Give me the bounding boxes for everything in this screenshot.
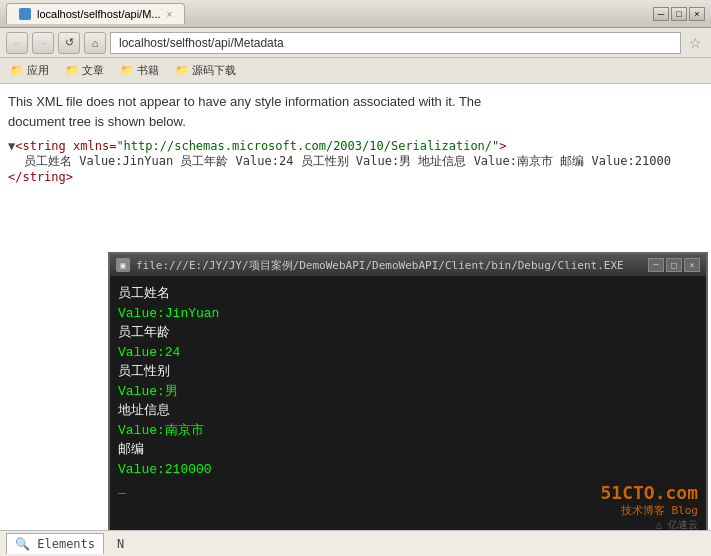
xml-display: ▼<string xmlns="http://schemas.microsoft… (8, 139, 703, 184)
console-line-4: 员工性别 (118, 362, 698, 382)
tab-close-btn[interactable]: × (167, 9, 173, 20)
bookmark-books[interactable]: 📁 书籍 (116, 61, 163, 80)
bookmark-apps[interactable]: 📁 应用 (6, 61, 53, 80)
folder-icon: 📁 (10, 64, 24, 77)
xml-string-open-tag: <string xmlns="http://schemas.microsoft.… (15, 139, 506, 153)
xml-info-line1: This XML file does not appear to have an… (8, 94, 481, 109)
address-bar[interactable]: localhost/selfhost/api/Metadata (110, 32, 681, 54)
browser-tab[interactable]: localhost/selfhost/api/M... × (6, 3, 185, 24)
console-line-5: Value:男 (118, 382, 698, 402)
console-line-9: Value:210000 (118, 460, 698, 480)
devtools-tab-network[interactable]: N (108, 533, 133, 555)
folder-icon: 📁 (175, 64, 189, 77)
bookmark-articles-label: 文章 (82, 63, 104, 78)
console-title-bar: ▣ file:///E:/JY/JY/项目案例/DemoWebAPI/DemoW… (110, 254, 706, 276)
url-text: localhost/selfhost/api/Metadata (119, 36, 284, 50)
xml-info-line2: document tree is shown below. (8, 114, 186, 129)
tab-title: localhost/selfhost/api/M... (37, 8, 161, 20)
folder-icon: 📁 (120, 64, 134, 77)
console-title-text: file:///E:/JY/JY/项目案例/DemoWebAPI/DemoWeb… (136, 258, 642, 273)
console-body: 员工姓名 Value:JinYuan 员工年龄 Value:24 员工性别 Va… (110, 276, 706, 540)
console-line-0: 员工姓名 (118, 284, 698, 304)
console-window: ▣ file:///E:/JY/JY/项目案例/DemoWebAPI/DemoW… (108, 252, 708, 542)
bookmark-apps-label: 应用 (27, 63, 49, 78)
maximize-btn[interactable]: □ (671, 7, 687, 21)
watermark-sub: 技术博客 Blog (600, 503, 698, 518)
bookmark-downloads[interactable]: 📁 源码下载 (171, 61, 240, 80)
devtools-elements-label: Elements (37, 537, 95, 551)
console-line-2: 员工年龄 (118, 323, 698, 343)
console-maximize-btn[interactable]: □ (666, 258, 682, 272)
navigation-bar: ← → ↺ ⌂ localhost/selfhost/api/Metadata … (0, 28, 711, 58)
xml-content-text: 员工姓名 Value:JinYuan 员工年龄 Value:24 员工性别 Va… (24, 154, 671, 168)
back-button[interactable]: ← (6, 32, 28, 54)
folder-icon: 📁 (65, 64, 79, 77)
bookmark-books-label: 书籍 (137, 63, 159, 78)
bookmark-downloads-label: 源码下载 (192, 63, 236, 78)
watermark: 51CTO.com 技术博客 Blog △ 亿速云 (600, 482, 698, 532)
close-btn[interactable]: × (689, 7, 705, 21)
minimize-btn[interactable]: ─ (653, 7, 669, 21)
xml-info-block: This XML file does not appear to have an… (8, 92, 703, 131)
xml-content-line: 员工姓名 Value:JinYuan 员工年龄 Value:24 员工性别 Va… (8, 153, 703, 170)
console-minimize-btn[interactable]: ─ (648, 258, 664, 272)
bookmarks-bar: 📁 应用 📁 文章 📁 书籍 📁 源码下载 (0, 58, 711, 84)
forward-button[interactable]: → (32, 32, 54, 54)
console-app-icon: ▣ (116, 258, 130, 272)
browser-window: localhost/selfhost/api/M... × ─ □ × ← → … (0, 0, 711, 556)
console-line-8: 邮编 (118, 440, 698, 460)
devtools-bar: 🔍 Elements N (0, 530, 711, 556)
window-controls: ─ □ × (653, 7, 705, 21)
console-line-6: 地址信息 (118, 401, 698, 421)
bookmark-articles[interactable]: 📁 文章 (61, 61, 108, 80)
console-window-controls: ─ □ × (648, 258, 700, 272)
xml-close-tag: </string> (8, 170, 73, 184)
content-area: This XML file does not appear to have an… (0, 84, 711, 556)
console-close-btn[interactable]: × (684, 258, 700, 272)
console-line-1: Value:JinYuan (118, 304, 698, 324)
console-cursor: _ (118, 479, 126, 499)
console-line-3: Value:24 (118, 343, 698, 363)
xml-string-line: ▼<string xmlns="http://schemas.microsoft… (8, 139, 703, 153)
bookmark-star-button[interactable]: ☆ (685, 32, 705, 54)
xml-string-close: </string> (8, 170, 703, 184)
title-bar: localhost/selfhost/api/M... × ─ □ × (0, 0, 711, 28)
console-line-7: Value:南京市 (118, 421, 698, 441)
devtools-tab-elements[interactable]: 🔍 Elements (6, 533, 104, 554)
reload-button[interactable]: ↺ (58, 32, 80, 54)
tab-favicon (19, 8, 31, 20)
devtools-network-label: N (117, 537, 124, 551)
home-button[interactable]: ⌂ (84, 32, 106, 54)
watermark-main: 51CTO.com (600, 482, 698, 503)
